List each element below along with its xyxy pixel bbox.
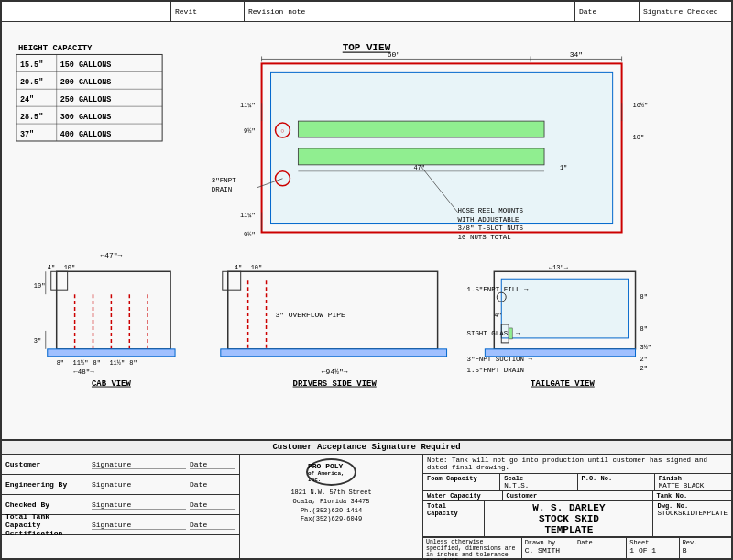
svg-text:4": 4" [48,264,55,271]
rev-label: Rev. [683,539,728,546]
svg-text:CAB VIEW: CAB VIEW [92,379,132,389]
drawing-title2: TEMPLATE [545,524,594,535]
svg-text:1.5"FNPT DRAIN: 1.5"FNPT DRAIN [466,367,524,374]
svg-text:←13"→: ←13"→ [549,264,569,271]
total-capacity: Total Capacity [423,501,485,536]
svg-text:300 GALLONS: 300 GALLONS [60,113,112,122]
drawn-by-item: Drawn by C. SMITH [522,538,574,560]
svg-text:8": 8" [57,359,64,367]
svg-text:HEIGHT   CAPACITY: HEIGHT CAPACITY [18,44,93,53]
svg-text:←47"→: ←47"→ [100,251,122,259]
scale-item: Scale N.T.S. [500,474,577,490]
scale-label: Scale [504,475,573,482]
svg-text:11¼": 11¼" [240,102,256,109]
sheet-value: 1 OF 1 [629,546,675,555]
dwg-no-block: Dwg. No. STOCKSKIDTEMPLATE [653,501,731,536]
tank-capacity-date: Date [190,521,235,530]
svg-text:20.5": 20.5" [20,78,43,87]
svg-text:11½": 11½" [73,359,89,367]
technical-drawing-svg: HEIGHT CAPACITY 15.5" 150 GALLONS 20.5" … [2,22,731,439]
production-note: Note: Tank will not go into production u… [423,455,731,474]
drawn-section: Unless otherwise specified, dimensions a… [423,537,731,560]
svg-text:DRAIN: DRAIN [212,186,232,193]
title-bar-empty [2,2,171,21]
svg-text:8": 8" [640,325,648,333]
engineering-sig: Signature [92,480,186,489]
sig-row-tank-capacity: Total Tank CapacityCertification Signatu… [2,515,239,535]
dwg-no-value: STOCKSKIDTEMPLATE [657,510,728,517]
svg-text:11½": 11½" [109,359,125,367]
rev-value: B [683,546,728,555]
tolerance-note-item: Unless otherwise specified, dimensions a… [423,538,522,560]
svg-text:3/8" T-SLOT NUTS: 3/8" T-SLOT NUTS [458,225,524,233]
svg-rect-53 [57,271,170,349]
bottom-strip: Customer Acceptance Signature Required C… [2,439,731,558]
svg-text:3"FNPT SUCTION →: 3"FNPT SUCTION → [466,356,532,363]
svg-text:16½": 16½" [633,102,649,109]
svg-text:37": 37" [20,130,34,139]
svg-text:28.5": 28.5" [20,113,43,122]
tank-capacity-sig: Signature [92,521,186,530]
svg-text:TAILGATE VIEW: TAILGATE VIEW [531,379,595,389]
customer-item: Customer [503,491,653,500]
address-phone: Ph.(352)629-1414 [290,507,371,516]
svg-rect-26 [271,72,613,223]
svg-text:←94½"→: ←94½"→ [322,368,348,376]
rev-item: Rev. B [680,538,731,560]
signature-label: Signature Checked [640,2,731,21]
drawn-by-value: C. SMITH [525,546,571,555]
tank-capacity-label: Total Tank CapacityCertification [5,512,88,537]
water-label: Water Capacity [427,492,498,500]
po-label: P.O. No. [582,475,651,482]
finish-label: Finish [659,475,728,482]
title-bar: Revit Revision note Date Signature Check… [2,2,731,22]
customer-item-label: Customer [507,492,649,500]
total-label: Total Capacity [427,502,480,517]
customer-sig: Signature [92,460,186,469]
svg-text:47": 47" [413,164,425,171]
drawing-area: HEIGHT CAPACITY 15.5" 150 GALLONS 20.5" … [2,22,731,439]
svg-text:3" OVERFLOW PIPE: 3" OVERFLOW PIPE [276,311,346,319]
engineering-label: Engineering By [5,480,88,489]
main-title-block: W. S. DARLEY STOCK SKID TEMPLATE [485,501,653,536]
foam-capacity: Foam Capacity [423,474,500,490]
svg-text:8": 8" [129,359,137,367]
svg-text:DRIVERS SIDE VIEW: DRIVERS SIDE VIEW [293,379,377,389]
finish-value: MATTE BLACK [659,482,728,489]
svg-text:4": 4" [235,264,242,271]
tank-no-item: Tank No. [653,491,732,500]
svg-text:3"FNPT: 3"FNPT [212,177,236,184]
capacity-section-2: Water Capacity Customer Tank No. [423,491,731,501]
svg-text:2": 2" [640,365,648,372]
capacity-section: Foam Capacity Scale N.T.S. P.O. No. [423,474,731,491]
page: Revit Revision note Date Signature Check… [0,0,733,560]
drawn-by-label: Drawn by [525,539,571,546]
svg-text:8": 8" [640,293,648,301]
svg-rect-77 [223,271,241,290]
date-item: Date [574,538,627,560]
svg-text:200 GALLONS: 200 GALLONS [60,78,112,87]
svg-rect-66 [48,349,175,357]
sheet-label: Sheet [629,539,675,546]
sig-row-customer: Customer Signature Date [2,455,239,475]
checked-label: Checked By [5,500,88,509]
svg-rect-81 [221,349,447,357]
svg-text:24": 24" [20,95,34,104]
checked-date: Date [190,500,235,510]
company-info-section: PRO POLY of America, Inc. 1821 N.W. 57th… [240,455,423,560]
svg-text:11¼": 11¼" [240,212,256,219]
tank-no-label: Tank No. [657,492,728,500]
svg-text:10": 10" [34,282,46,290]
svg-rect-54 [51,271,68,290]
svg-text:HOSE REEL MOUNTS: HOSE REEL MOUNTS [458,207,524,214]
bottom-main: Customer Signature Date Engineering By S… [2,455,731,560]
svg-text:400 GALLONS: 400 GALLONS [60,130,112,139]
svg-text:9½": 9½" [244,231,256,238]
po-item: P.O. No. [578,474,655,490]
address-line1: 1821 N.W. 57th Street [290,489,371,498]
foam-label: Foam Capacity [427,475,496,482]
scale-value: N.T.S. [504,482,573,489]
sheet-item: Sheet 1 OF 1 [627,538,679,560]
logo-sub: of America, Inc. [308,470,355,483]
svg-text:250 GALLONS: 250 GALLONS [60,95,112,104]
